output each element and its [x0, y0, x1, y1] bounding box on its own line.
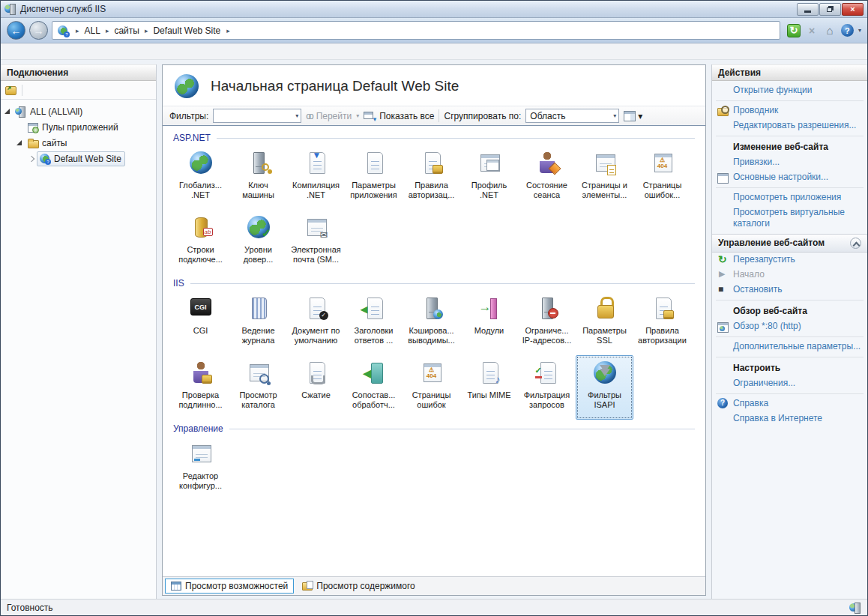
modules-icon	[477, 295, 502, 321]
restore-button[interactable]	[819, 3, 841, 16]
menu-item[interactable]	[37, 50, 50, 53]
action-row[interactable]: Перезапустить	[712, 253, 867, 268]
feature-item[interactable]: Сопостав... обработч...	[345, 355, 403, 420]
feature-item[interactable]: Правила авторизации	[633, 291, 691, 355]
feature-item[interactable]: Компиляция .NET	[287, 145, 345, 210]
breadcrumb-item[interactable]: сайты	[112, 25, 141, 37]
breadcrumb: ALLсайтыDefault Web Site	[72, 25, 222, 37]
feature-item[interactable]: Уровни довер...	[229, 210, 287, 274]
go-dropdown-caret-icon[interactable]: ▾	[356, 112, 359, 119]
action-row[interactable]: Обзор *:80 (http)	[712, 319, 867, 334]
action-row[interactable]: Начало	[712, 268, 867, 283]
action-row[interactable]: Редактировать разрешения...	[712, 118, 867, 133]
trust-levels-icon	[246, 214, 271, 240]
feature-item[interactable]: Состояние сеанса	[518, 145, 576, 210]
feature-label: Параметры SSL	[582, 326, 627, 345]
net-profile-icon	[477, 150, 502, 175]
feature-item[interactable]: Страницы ошибок...	[633, 145, 691, 210]
feature-label: Ограниче... IP-адресов...	[522, 326, 572, 345]
action-row[interactable]: Проводник	[712, 103, 867, 118]
forward-button[interactable]: →	[29, 21, 48, 40]
feature-item[interactable]: Ключ машины	[229, 145, 287, 210]
filter-combobox[interactable]: ▾	[213, 109, 301, 123]
action-row[interactable]: Справка в Интернете	[712, 411, 867, 426]
feature-item[interactable]: Типы MIME	[460, 355, 518, 420]
feature-item[interactable]: Ограниче... IP-адресов...	[518, 291, 576, 355]
collapse-chevron-icon[interactable]	[850, 238, 861, 249]
group-by-combobox[interactable]: Область▾	[525, 109, 619, 123]
action-icon	[717, 85, 729, 97]
feature-item[interactable]: Фильтрация запросов	[518, 355, 576, 420]
home-icon[interactable]: ⌂	[823, 24, 837, 37]
feature-item[interactable]: Просмотр каталога	[229, 355, 287, 420]
explorer-icon	[717, 105, 729, 117]
feature-item[interactable]: CGI	[172, 291, 229, 355]
tree-item[interactable]: сайты	[1, 135, 156, 151]
feature-label: Документ по умолчанию	[292, 326, 340, 345]
feature-item[interactable]: Правила авторизац...	[403, 145, 460, 210]
minimize-button[interactable]	[797, 3, 819, 16]
feature-item[interactable]: Глобализ... .NET	[172, 145, 229, 210]
feature-item[interactable]: Редактор конфигур...	[172, 436, 229, 501]
action-row[interactable]: Просмотреть виртуальные каталоги	[712, 205, 867, 231]
feature-label: Фильтрация запросов	[524, 390, 570, 410]
tree-expander-icon[interactable]	[28, 155, 35, 163]
help-icon[interactable]: ?	[841, 24, 854, 37]
tab-content-view[interactable]: Просмотр содержимого	[296, 579, 421, 594]
feature-item[interactable]: Электронная почта (SM...	[287, 210, 345, 274]
action-row[interactable]: Справка	[712, 396, 867, 411]
tree-item[interactable]: ALL (ALL\All)	[1, 103, 156, 119]
action-row[interactable]: Настроить	[712, 360, 867, 376]
tree-expander-icon[interactable]	[4, 108, 11, 115]
feature-item[interactable]: Фильтры ISAPI	[576, 355, 633, 420]
refresh-icon[interactable]: ↻	[787, 24, 801, 37]
feature-item[interactable]: Страницы и элементы...	[576, 145, 633, 210]
breadcrumb-item[interactable]: ALL	[83, 25, 102, 37]
menu-item[interactable]	[22, 50, 35, 53]
action-row[interactable]: Ограничения...	[712, 376, 867, 391]
tree-expander-icon[interactable]	[16, 139, 23, 147]
feature-item[interactable]: Проверка подлинно...	[172, 355, 229, 420]
feature-item[interactable]: Профиль .NET	[460, 145, 518, 210]
show-all-button[interactable]: Показать все	[379, 111, 434, 121]
tab-features-view[interactable]: Просмотр возможностей	[165, 579, 294, 594]
feature-item[interactable]: Страницы ошибок	[403, 355, 460, 420]
action-label: Просмотреть приложения	[733, 192, 841, 203]
features-view-icon	[171, 582, 181, 591]
action-row[interactable]: Просмотреть приложения	[712, 190, 867, 205]
menu-item[interactable]	[7, 50, 20, 53]
action-row[interactable]: Дополнительные параметры...	[712, 339, 867, 354]
stop-icon[interactable]: ×	[805, 24, 819, 37]
action-row[interactable]: Привязки...	[712, 155, 867, 170]
back-button[interactable]: ←	[7, 21, 25, 40]
feature-item[interactable]: Параметры приложения	[345, 145, 403, 210]
save-connections-icon[interactable]	[4, 85, 17, 96]
address-bar[interactable]: ALLсайтыDefault Web Site ▸	[52, 21, 780, 40]
action-row[interactable]: Остановить	[712, 283, 867, 298]
feature-item[interactable]: Ведение журнала	[229, 291, 287, 355]
action-row[interactable]: Изменение веб-сайта	[712, 139, 867, 155]
tree-item[interactable]: Default Web Site	[1, 151, 156, 166]
view-mode-button[interactable]: ▾	[624, 111, 642, 121]
feature-item[interactable]: Документ по умолчанию	[287, 291, 345, 355]
feature-item[interactable]: Модули	[460, 291, 518, 355]
menu-bar	[1, 43, 867, 60]
feature-item[interactable]: Параметры SSL	[576, 291, 633, 355]
feature-label: Профиль .NET	[471, 181, 507, 200]
tree-item[interactable]: Пулы приложений	[1, 119, 156, 135]
feature-item[interactable]: Сжатие	[287, 355, 345, 420]
center-column: Начальная страница Default Web Site Филь…	[162, 64, 706, 596]
feature-item[interactable]: Строки подключе...	[172, 210, 229, 274]
mime-types-icon	[477, 360, 502, 385]
go-button[interactable]: Перейти	[316, 111, 352, 121]
feature-label: Фильтры ISAPI	[588, 390, 621, 410]
feature-item[interactable]: Заголовки ответов ...	[345, 291, 403, 355]
help-dropdown-caret-icon[interactable]: ▾	[858, 27, 861, 34]
action-divider	[716, 393, 864, 394]
action-row[interactable]: Обзор веб-сайта	[712, 303, 867, 319]
feature-item[interactable]: Кэширова... выводимы...	[403, 291, 460, 355]
action-row[interactable]: Открытие функции	[712, 83, 867, 98]
action-row[interactable]: Основные настройки...	[712, 170, 867, 185]
close-button[interactable]: ×	[842, 3, 864, 16]
breadcrumb-item[interactable]: Default Web Site	[151, 25, 222, 37]
